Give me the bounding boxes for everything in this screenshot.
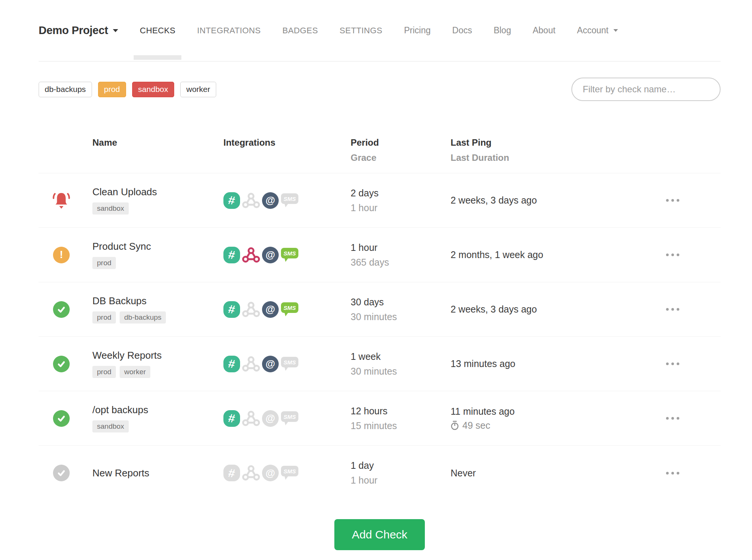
grace-value: 30 minutes [351,311,451,322]
check-row[interactable]: ! Product Sync prod # @ SMS 1 hour 365 d… [39,228,721,282]
nav-link-docs[interactable]: Docs [452,25,472,36]
check-row[interactable]: /opt backups sandbox # @ SMS 12 hours 15… [39,391,721,446]
row-menu-button[interactable] [662,359,683,369]
period-cell: 30 days 30 minutes [351,297,451,322]
name-cell: /opt backups sandbox [92,404,223,432]
account-menu[interactable]: Account [577,25,618,36]
period-value: 12 hours [351,406,451,417]
nav-link-pricing[interactable]: Pricing [404,25,431,36]
check-tag: db-backups [120,311,166,324]
period-value: 1 hour [351,242,451,253]
check-name: New Reports [92,467,223,479]
check-tag: prod [92,366,116,378]
tag-filter-worker[interactable]: worker [180,82,216,97]
last-ping-value: 2 months, 1 week ago [451,249,625,260]
webhook-icon [242,465,260,481]
column-status [39,137,92,163]
period-cell: 12 hours 15 minutes [351,406,451,431]
last-duration: 49 sec [451,420,625,431]
svg-text:SMS: SMS [284,413,296,420]
sms-icon: SMS [281,193,299,208]
ping-cell: 2 months, 1 week ago [451,249,625,260]
tag-filter-prod[interactable]: prod [98,82,126,97]
check-name: Clean Uploads [92,186,223,198]
checks-table: Name Integrations Period Grace Last Ping… [39,137,721,500]
menu-cell [625,250,721,260]
tab-settings[interactable]: SETTINGS [340,26,382,36]
integrations-cell: # @ SMS [223,247,351,263]
svg-text:SMS: SMS [284,304,296,311]
webhook-icon [242,301,260,318]
column-lastduration-label: Last Duration [451,152,625,163]
check-row[interactable]: Clean Uploads sandbox # @ SMS 2 days 1 h… [39,173,721,228]
project-name: Demo Project [39,24,108,37]
nav-link-about[interactable]: About [533,25,555,36]
tab-badges[interactable]: BADGES [282,26,318,36]
status-cell [39,410,92,427]
period-value: 1 week [351,351,451,362]
table-body: Clean Uploads sandbox # @ SMS 2 days 1 h… [39,173,721,500]
slack-icon: # [223,192,240,209]
row-menu-button[interactable] [662,468,683,478]
nav-link-blog[interactable]: Blog [494,25,511,36]
integrations-cell: # @ SMS [223,465,351,481]
tag-chips: prod [92,257,223,269]
last-ping-value: 2 weeks, 3 days ago [451,195,625,206]
slack-icon: # [223,356,240,372]
check-row[interactable]: Weekly Reports prodworker # @ SMS 1 week… [39,337,721,391]
project-switcher[interactable]: Demo Project [39,24,118,37]
last-ping-value: 11 minutes ago [451,406,625,417]
webhook-icon [242,410,260,427]
email-icon: @ [262,301,279,318]
period-cell: 2 days 1 hour [351,188,451,213]
row-menu-button[interactable] [662,250,683,260]
svg-text:SMS: SMS [284,468,296,474]
status-cell: ! [39,247,92,263]
column-menu [625,137,721,163]
tag-filter-sandbox[interactable]: sandbox [132,82,174,97]
check-row[interactable]: New Reports # @ SMS 1 day 1 hour Never [39,446,721,500]
check-tag: prod [92,311,116,324]
row-menu-button[interactable] [662,195,683,205]
name-cell: DB Backups proddb-backups [92,295,223,324]
check-tag: sandbox [92,420,129,432]
email-icon: @ [262,356,279,372]
last-ping-value: 2 weeks, 3 days ago [451,304,625,315]
menu-cell [625,195,721,205]
period-cell: 1 week 30 minutes [351,351,451,377]
tag-filter-db-backups[interactable]: db-backups [39,82,92,97]
check-name-filter-input[interactable] [571,78,721,101]
check-row[interactable]: DB Backups proddb-backups # @ SMS 30 day… [39,282,721,337]
integrations-cell: # @ SMS [223,301,351,318]
ping-cell: 11 minutes ago 49 sec [451,406,625,431]
status-cell [39,465,92,481]
slack-icon: # [223,410,240,427]
tag-chips: sandbox [92,420,223,432]
check-circle-icon [53,356,70,372]
check-name: DB Backups [92,295,223,307]
column-period-label: Period [351,137,451,148]
email-icon: @ [262,247,279,263]
grace-value: 30 minutes [351,366,451,377]
period-cell: 1 day 1 hour [351,460,451,486]
name-cell: Product Sync prod [92,241,223,269]
stopwatch-icon [451,420,459,430]
menu-cell [625,304,721,314]
row-menu-button[interactable] [662,413,683,423]
sms-icon: SMS [281,302,299,317]
tab-integrations[interactable]: INTEGRATIONS [197,26,261,36]
tag-chips: sandbox [92,202,223,215]
row-menu-button[interactable] [662,304,683,314]
ping-cell: 2 weeks, 3 days ago [451,304,625,315]
period-cell: 1 hour 365 days [351,242,451,268]
status-cell [39,356,92,372]
name-cell: Weekly Reports prodworker [92,350,223,378]
email-icon: @ [262,465,279,481]
add-check-button[interactable]: Add Check [334,519,425,550]
period-value: 2 days [351,188,451,199]
menu-cell [625,359,721,369]
check-tag: worker [120,366,150,378]
tab-checks[interactable]: CHECKS [140,26,175,36]
sms-icon: SMS [281,411,299,426]
last-duration-value: 49 sec [462,420,490,431]
